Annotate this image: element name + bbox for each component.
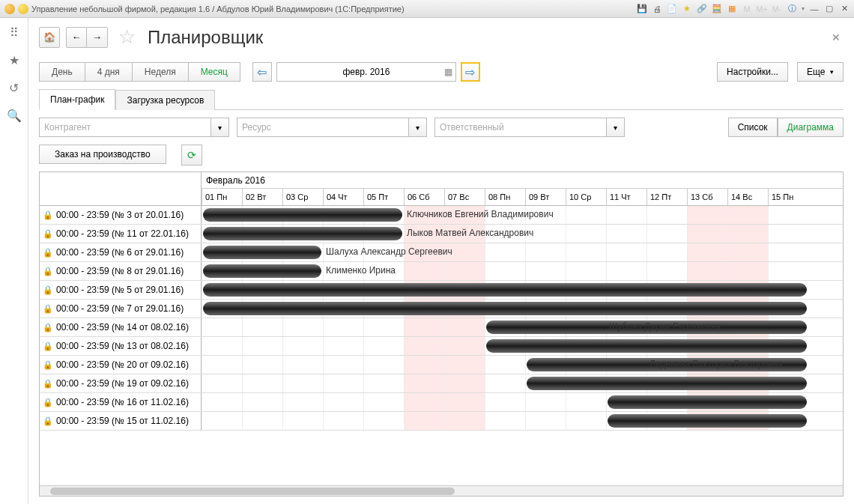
lock-icon: 🔒 xyxy=(43,285,53,295)
maximize-icon[interactable]: ▢ xyxy=(824,4,835,14)
range-day[interactable]: День xyxy=(39,62,85,82)
day-header: 08 Пн xyxy=(485,189,525,205)
gantt-row[interactable]: 🔒00:00 - 23:59 (№ 6 от 29.01.16)Шалуха А… xyxy=(40,243,843,262)
day-header: 12 Пт xyxy=(646,189,687,205)
history-icon[interactable]: ↺ xyxy=(9,81,19,95)
row-label: 00:00 - 23:59 (№ 5 от 29.01.16) xyxy=(56,285,184,295)
minimize-icon[interactable]: ― xyxy=(809,4,820,14)
titlebar: Управление небольшой фирмой, редакция 1.… xyxy=(0,0,854,18)
calendar-icon[interactable]: ▦ xyxy=(727,4,737,14)
row-label: 00:00 - 23:59 (№ 3 от 20.01.16) xyxy=(56,210,184,220)
gantt-hscroll[interactable] xyxy=(40,485,843,496)
diagram-view-button[interactable]: Диаграмма xyxy=(778,118,844,137)
counterparty-input[interactable] xyxy=(39,118,211,137)
gantt-bar[interactable] xyxy=(203,264,321,278)
gantt-row[interactable]: 🔒00:00 - 23:59 (№ 3 от 20.01.16)Ключнико… xyxy=(40,206,843,225)
range-month[interactable]: Месяц xyxy=(188,62,240,82)
gantt-bar[interactable] xyxy=(203,246,321,259)
info-icon[interactable]: ⓘ xyxy=(787,4,797,14)
next-period-button[interactable]: ⇨ xyxy=(461,62,480,82)
calendar-picker-icon[interactable]: ▦ xyxy=(444,67,452,77)
day-header: 06 Сб xyxy=(404,189,444,205)
prev-period-button[interactable]: ⇦ xyxy=(252,62,272,82)
tab-plan[interactable]: План-график xyxy=(39,89,115,110)
resource-dropdown[interactable]: ▾ xyxy=(409,118,427,137)
resource-input[interactable] xyxy=(237,118,409,137)
print-icon[interactable]: 🖨 xyxy=(652,4,662,14)
lock-icon: 🔒 xyxy=(43,267,53,276)
settings-button[interactable]: Настройки... xyxy=(717,62,788,82)
day-header: 04 Чт xyxy=(323,189,363,205)
gantt-bar[interactable] xyxy=(486,339,807,353)
doc-icon[interactable]: 📄 xyxy=(667,4,677,14)
gantt-row[interactable]: 🔒00:00 - 23:59 (№ 11 от 22.01.16)Лыков М… xyxy=(40,225,843,243)
gantt-row[interactable]: 🔒00:00 - 23:59 (№ 15 от 11.02.16) xyxy=(40,412,843,431)
bar-person-label: Леденева Виктория Викторовна xyxy=(649,359,783,369)
lock-icon: 🔒 xyxy=(43,304,53,314)
range-week[interactable]: Неделя xyxy=(132,62,188,82)
lock-icon: 🔒 xyxy=(43,210,53,220)
period-display[interactable]: февр. 2016 ▦ xyxy=(276,62,456,82)
m1-icon[interactable]: M xyxy=(742,4,752,14)
search-icon[interactable]: 🔍 xyxy=(7,109,22,123)
gantt-row[interactable]: 🔒00:00 - 23:59 (№ 16 от 11.02.16) xyxy=(40,393,843,412)
list-view-button[interactable]: Список xyxy=(728,118,778,137)
gantt-bar[interactable] xyxy=(203,227,402,240)
gantt-bar[interactable] xyxy=(203,208,402,222)
gantt-days-row: 01 Пн02 Вт03 Ср04 Чт05 Пт06 Сб07 Вс08 Пн… xyxy=(202,189,843,205)
day-header: 05 Пт xyxy=(363,189,404,205)
back-button[interactable]: ← xyxy=(66,27,87,48)
row-label: 00:00 - 23:59 (№ 16 от 11.02.16) xyxy=(56,397,189,407)
save-icon[interactable]: 💾 xyxy=(637,4,647,14)
refresh-button[interactable]: ⟳ xyxy=(181,145,202,166)
forward-button[interactable]: → xyxy=(87,27,108,48)
fav-icon[interactable]: ★ xyxy=(682,4,692,14)
gantt-row[interactable]: 🔒00:00 - 23:59 (№ 13 от 08.02.16) xyxy=(40,337,843,356)
row-label: 00:00 - 23:59 (№ 6 от 29.01.16) xyxy=(56,247,184,258)
more-button[interactable]: Еще ▾ xyxy=(797,62,844,82)
bar-person-label: Лыков Матвей Александрович xyxy=(407,228,533,238)
tab-resources[interactable]: Загрузка ресурсов xyxy=(115,90,215,110)
lock-icon: 🔒 xyxy=(43,248,53,258)
dropdown-icon[interactable]: ▾ xyxy=(802,5,805,12)
calc-icon[interactable]: 🧮 xyxy=(712,4,722,14)
gantt-row[interactable]: 🔒00:00 - 23:59 (№ 5 от 29.01.16) xyxy=(40,281,843,300)
day-header: 13 Сб xyxy=(687,189,727,205)
day-header: 02 Вт xyxy=(242,189,282,205)
day-header: 03 Ср xyxy=(282,189,323,205)
create-order-button[interactable]: Заказ на производство xyxy=(39,145,166,164)
side-strip: ⠿ ★ ↺ 🔍 xyxy=(0,18,28,504)
gantt-bar[interactable] xyxy=(203,283,807,297)
gantt-bar[interactable] xyxy=(527,377,807,390)
gantt-row[interactable]: 🔒00:00 - 23:59 (№ 14 от 08.02.16)Шубина … xyxy=(40,318,843,337)
range-four[interactable]: 4 дня xyxy=(85,62,132,82)
lock-icon: 🔒 xyxy=(43,341,53,351)
period-label: февр. 2016 xyxy=(342,67,390,77)
row-label: 00:00 - 23:59 (№ 20 от 09.02.16) xyxy=(56,359,189,370)
gantt-bar[interactable] xyxy=(203,302,807,315)
home-button[interactable]: 🏠 xyxy=(39,27,60,48)
gantt-row[interactable]: 🔒00:00 - 23:59 (№ 19 от 09.02.16) xyxy=(40,374,843,393)
day-header: 01 Пн xyxy=(202,189,242,205)
star-icon[interactable]: ★ xyxy=(9,53,19,67)
bar-person-label: Клименко Ирина xyxy=(326,265,396,276)
gantt-row[interactable]: 🔒00:00 - 23:59 (№ 8 от 29.01.16)Клименко… xyxy=(40,262,843,281)
app-icon-2 xyxy=(18,4,28,14)
gantt-bar[interactable] xyxy=(608,395,807,409)
favorite-toggle[interactable]: ☆ xyxy=(118,25,136,49)
close-icon[interactable]: ✕ xyxy=(839,4,850,14)
m2-icon[interactable]: M+ xyxy=(757,4,767,14)
apps-icon[interactable]: ⠿ xyxy=(10,25,19,40)
gantt-row[interactable]: 🔒00:00 - 23:59 (№ 7 от 29.01.16) xyxy=(40,300,843,318)
m3-icon[interactable]: M- xyxy=(772,4,782,14)
responsible-dropdown[interactable]: ▾ xyxy=(607,118,625,137)
more-label: Еще xyxy=(807,67,825,77)
gantt-row[interactable]: 🔒00:00 - 23:59 (№ 20 от 09.02.16)Леденев… xyxy=(40,356,843,374)
close-page-button[interactable]: ✕ xyxy=(829,28,844,46)
link-icon[interactable]: 🔗 xyxy=(697,4,707,14)
counterparty-dropdown[interactable]: ▾ xyxy=(211,118,229,137)
row-label: 00:00 - 23:59 (№ 15 от 11.02.16) xyxy=(56,416,189,426)
gantt-bar[interactable] xyxy=(608,414,807,428)
responsible-input[interactable] xyxy=(434,118,607,137)
bar-person-label: Шубина Дарья Евгеньевна xyxy=(609,321,721,332)
